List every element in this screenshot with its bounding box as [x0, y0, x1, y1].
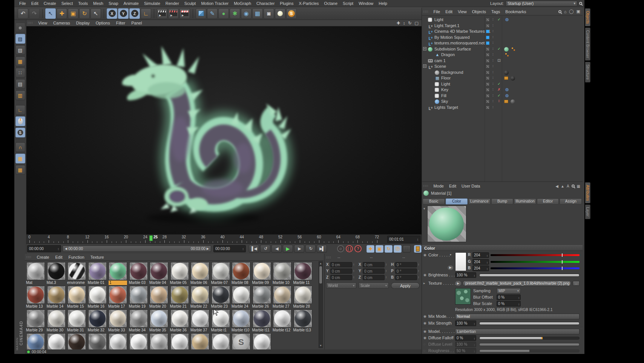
enable-axis-mode-button[interactable]: ∟: [15, 105, 25, 115]
material-thumbnail[interactable]: [170, 333, 189, 349]
material-item[interactable]: Marble 05: [170, 262, 190, 285]
selected-material-row[interactable]: Material [1]: [423, 190, 451, 196]
object-name[interactable]: Dragon: [441, 52, 455, 57]
visibility-dots[interactable]: ∶: [492, 23, 494, 27]
blur-scale-input[interactable]: 0 %↕: [497, 301, 521, 307]
object-row-key[interactable]: Key∶✗⊚: [422, 87, 583, 93]
live-selection-button[interactable]: ↖: [45, 8, 56, 19]
object-manager-menu-item-bookmarks[interactable]: Bookmarks: [503, 9, 529, 14]
goto-end-button[interactable]: ▶▌: [317, 245, 327, 253]
lock-y-axis-button[interactable]: Y: [118, 8, 129, 19]
mat-dark-tag[interactable]: [511, 99, 515, 104]
points-mode-button[interactable]: ∷: [15, 68, 25, 78]
scale-tool-button[interactable]: ▣: [68, 8, 78, 19]
channel-value-input[interactable]: 204↕: [472, 259, 489, 265]
material-thumbnail[interactable]: [26, 333, 45, 349]
rotate-tool-button[interactable]: ↻: [79, 8, 90, 19]
panel-handle-icon[interactable]: ∷∷: [423, 184, 428, 188]
material-thumbnail[interactable]: [273, 310, 291, 328]
add-cube-object-button[interactable]: [196, 8, 206, 19]
previous-frame-button[interactable]: ◀: [271, 245, 282, 253]
history-back-icon[interactable]: ◀: [555, 184, 558, 188]
material-item[interactable]: Marble 34: [129, 310, 149, 333]
material-thumbnail[interactable]: [273, 286, 291, 304]
object-name[interactable]: Sky: [441, 99, 448, 104]
redo-button[interactable]: ↷: [29, 8, 40, 19]
target-tag[interactable]: ⊚: [504, 93, 510, 98]
spinner-icon[interactable]: ↕: [385, 276, 387, 279]
object-name[interactable]: Cinema 4D Marbe Textures 01: [434, 29, 491, 34]
add-light-button[interactable]: [275, 8, 285, 19]
material-item[interactable]: Marble 03: [129, 262, 149, 285]
object-name[interactable]: Key: [441, 87, 448, 92]
spinner-icon[interactable]: ↕: [418, 269, 419, 273]
menubar-item-tools[interactable]: Tools: [75, 1, 90, 6]
object-name[interactable]: Floor: [441, 76, 451, 80]
record-parameter-toggle[interactable]: Ⓟ: [394, 245, 402, 253]
mat-black-tag[interactable]: [511, 76, 515, 81]
spinner-icon[interactable]: ↕: [242, 247, 244, 251]
tab-basic[interactable]: Basic: [423, 198, 445, 204]
material-item[interactable]: Marble 14: [47, 286, 67, 309]
object-row-lights-target[interactable]: LoLights Target∶: [422, 105, 583, 110]
search-icon[interactable]: [579, 2, 582, 5]
layer-color-chip[interactable]: [486, 30, 489, 33]
object-name[interactable]: Light: [434, 17, 443, 22]
attribute-menu-item-edit[interactable]: Edit: [446, 184, 459, 188]
coordinate-input[interactable]: 0 °: [395, 268, 417, 274]
spinner-icon[interactable]: ↕: [353, 276, 354, 279]
attribute-menu-item-user-data[interactable]: User Data: [459, 184, 483, 188]
menubar-item-create[interactable]: Create: [41, 1, 59, 6]
add-generator-button[interactable]: ●: [218, 8, 229, 19]
object-name[interactable]: Scene: [434, 64, 446, 69]
layer-color-chip[interactable]: [486, 71, 489, 74]
lock-workplane-button[interactable]: ▦: [15, 154, 25, 163]
timeline-end-time[interactable]: 00:01:01 ↕: [387, 236, 420, 243]
record-pla-toggle[interactable]: ∷: [403, 245, 411, 253]
object-row-light[interactable]: Light∶✓⊚: [422, 17, 583, 23]
brightness-slider[interactable]: [479, 274, 580, 277]
visibility-dots[interactable]: ∶: [492, 105, 494, 109]
material-item[interactable]: Marble 22: [190, 286, 210, 309]
menubar-item-plugins[interactable]: Plugins: [277, 1, 296, 6]
menubar-item-mograph[interactable]: MoGraph: [231, 1, 254, 6]
mat-green-tag[interactable]: [504, 47, 509, 52]
workplane-mode-button[interactable]: ▦: [15, 56, 25, 66]
object-row-by-motion-squared[interactable]: LoBy Motion Squared∶: [422, 35, 583, 40]
color-section-header[interactable]: Color: [422, 245, 583, 251]
animate-dot-icon[interactable]: ◉: [423, 321, 426, 325]
coordinate-input[interactable]: 0 cm: [330, 262, 352, 267]
material-item[interactable]: Marble 04: [149, 262, 169, 285]
material-thumbnail[interactable]: [150, 262, 168, 280]
visibility-dots[interactable]: ∶: [492, 93, 494, 98]
viewport-menu-item-options[interactable]: Options: [93, 21, 113, 25]
phong-tag[interactable]: [504, 52, 510, 57]
material-item[interactable]: Marble 33: [108, 310, 128, 333]
play-loop-button[interactable]: ↻: [305, 245, 316, 253]
size-mode-dropdown[interactable]: Scale ▾: [359, 282, 389, 288]
material-thumbnail[interactable]: [67, 262, 86, 280]
autokeying-button[interactable]: ( ): [346, 245, 353, 252]
material-thumbnail[interactable]: [88, 286, 107, 304]
material-item[interactable]: Marble 32: [88, 310, 108, 333]
material-thumbnail[interactable]: [129, 310, 148, 328]
menubar-item-edit[interactable]: Edit: [29, 1, 41, 6]
visibility-dots[interactable]: ∶: [492, 41, 494, 45]
spinner-icon[interactable]: ↕: [385, 269, 387, 273]
model-dropdown[interactable]: Lambertian: [455, 329, 580, 334]
material-thumbnail[interactable]: [170, 262, 189, 280]
visibility-dots[interactable]: ∶: [492, 70, 494, 74]
material-thumbnail[interactable]: [67, 333, 86, 349]
menubar-item-render[interactable]: Render: [163, 1, 182, 6]
panel-handle-icon[interactable]: ∷∷: [326, 256, 331, 259]
visibility-dots[interactable]: ∶: [492, 82, 494, 86]
material-thumbnail[interactable]: [212, 333, 230, 349]
channel-gradient-slider[interactable]: [491, 261, 580, 263]
visibility-dots[interactable]: ∶: [492, 17, 494, 21]
material-thumbnail[interactable]: [88, 310, 107, 328]
material-item[interactable]: [129, 333, 149, 349]
material-item[interactable]: Mat: [26, 262, 46, 285]
menubar-item-help[interactable]: Help: [376, 1, 390, 6]
timeline-track[interactable]: 0481216202428323640444852566064687225: [26, 235, 385, 244]
material-thumbnail[interactable]: [191, 262, 209, 280]
